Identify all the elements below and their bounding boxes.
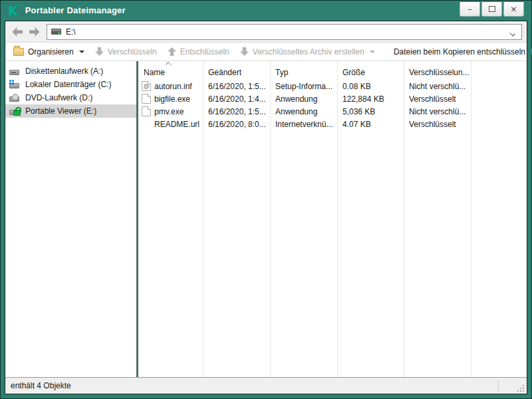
locked-drive-icon <box>9 106 21 116</box>
file-icon <box>142 106 151 116</box>
arrow-left-icon <box>11 27 24 37</box>
column-separator[interactable] <box>203 61 203 377</box>
statusbar-separator <box>498 380 499 391</box>
organize-label: Organisieren <box>28 47 74 57</box>
table-row[interactable]: ⚙ autorun.inf 6/16/2020, 1:5... Setup-In… <box>138 80 527 92</box>
window-controls: – × <box>460 2 524 17</box>
encrypt-label: Verschlüsseln <box>108 47 157 57</box>
arrow-down-icon <box>240 47 249 57</box>
maximize-icon <box>489 6 495 12</box>
file-size: 4.07 KB <box>337 120 404 129</box>
column-separator[interactable] <box>337 61 338 377</box>
chevron-down-icon <box>370 51 375 53</box>
app-window: K Portabler Dateimanager – × E:\ <box>1 1 531 398</box>
column-header-modified[interactable]: Geändert <box>203 63 270 77</box>
floppy-drive-icon <box>9 66 21 76</box>
file-modified: 6/16/2020, 8:0... <box>203 120 270 129</box>
organize-button[interactable]: Organisieren <box>13 47 84 57</box>
file-encryption: Verschlüsselt <box>404 120 471 129</box>
file-name: bigfile.exe <box>154 94 190 104</box>
file-icon <box>142 94 151 104</box>
window-title: Portabler Dateimanager <box>25 5 126 15</box>
local-disk-icon <box>9 80 21 89</box>
file-size: 122,884 KB <box>337 94 404 104</box>
sidebar-item-floppy-a[interactable]: Diskettenlaufwerk (A:) <box>5 65 136 78</box>
sidebar-item-portable-viewer-e[interactable]: Portable Viewer (E:) <box>5 104 136 118</box>
no-icon <box>142 119 151 129</box>
encrypt-button[interactable]: Verschlüsseln <box>95 47 157 57</box>
sidebar-item-label: Diskettenlaufwerk (A:) <box>25 66 103 76</box>
resize-grip[interactable] <box>517 384 524 392</box>
forward-button[interactable] <box>26 27 43 37</box>
status-text: enthält 4 Objekte <box>11 381 71 390</box>
column-separator[interactable] <box>270 61 271 377</box>
sidebar-item-label: Lokaler Datenträger (C:) <box>25 80 111 89</box>
column-header-encryption[interactable]: Verschlüsselun... <box>404 63 471 77</box>
title-bar: K Portabler Dateimanager – × <box>1 1 531 20</box>
file-rows: ⚙ autorun.inf 6/16/2020, 1:5... Setup-In… <box>138 80 527 130</box>
kaspersky-logo-icon: K <box>8 5 18 16</box>
folder-icon <box>13 48 24 56</box>
decrypt-on-copy-label: Dateien beim Kopieren entschlüsseln <box>394 47 525 57</box>
sidebar-item-dvd-d[interactable]: DVD-Laufwerk (D:) <box>5 91 136 104</box>
sidebar-item-label: DVD-Laufwerk (D:) <box>25 93 92 102</box>
address-bar[interactable]: E:\ <box>47 24 522 40</box>
list-header: Name Geändert Typ Größe Verschlüsselun..… <box>138 61 527 78</box>
drive-sidebar: Diskettenlaufwerk (A:) Lokaler Datenträg… <box>5 61 136 377</box>
file-encryption: Nicht verschlü... <box>404 82 471 91</box>
sidebar-item-label: Portable Viewer (E:) <box>25 106 96 116</box>
file-size: 5,036 KB <box>337 107 404 116</box>
create-encrypted-archive-button[interactable]: Verschlüsseltes Archiv erstellen <box>240 47 375 57</box>
arrow-down-icon <box>95 47 104 57</box>
file-name: pmv.exe <box>154 107 184 116</box>
close-button[interactable]: × <box>503 2 524 17</box>
status-bar: enthält 4 Objekte <box>5 377 527 394</box>
maximize-button[interactable] <box>481 2 502 17</box>
main-area: Diskettenlaufwerk (A:) Lokaler Datenträg… <box>5 61 527 377</box>
file-name: README.url <box>154 120 200 129</box>
file-modified: 6/16/2020, 1:5... <box>203 82 270 91</box>
file-encryption: Verschlüsselt <box>404 94 471 104</box>
column-header-size[interactable]: Größe <box>337 63 404 77</box>
column-separator[interactable] <box>404 61 404 377</box>
file-type: Setup-Informa... <box>270 82 337 91</box>
toolbar: Organisieren Verschlüsseln Entschlüsseln… <box>5 43 527 61</box>
column-separator[interactable] <box>471 61 471 377</box>
file-type: Anwendung <box>270 107 337 116</box>
sort-ascending-icon <box>166 62 172 66</box>
chevron-down-icon <box>79 51 84 53</box>
create-encrypted-archive-label: Verschlüsseltes Archiv erstellen <box>253 47 364 57</box>
sidebar-item-local-disk-c[interactable]: Lokaler Datenträger (C:) <box>5 78 136 91</box>
arrow-right-icon <box>28 27 41 37</box>
chevron-down-icon[interactable] <box>509 30 515 36</box>
address-text: E:\ <box>66 27 76 37</box>
decrypt-button[interactable]: Entschlüsseln <box>168 47 229 57</box>
decrypt-label: Entschlüsseln <box>180 47 229 57</box>
column-header-type[interactable]: Typ <box>270 63 337 77</box>
file-type: Anwendung <box>270 94 337 104</box>
file-list-pane: Name Geändert Typ Größe Verschlüsselun..… <box>138 61 527 377</box>
dvd-drive-icon <box>9 93 21 102</box>
file-encryption: Nicht verschlü... <box>404 107 471 116</box>
file-modified: 6/16/2020, 1:5... <box>203 107 270 116</box>
back-button[interactable] <box>9 27 26 37</box>
file-type: Internetverknü... <box>270 120 337 129</box>
minimize-button[interactable]: – <box>460 2 480 17</box>
table-row[interactable]: bigfile.exe 6/16/2020, 1:4... Anwendung … <box>138 92 527 105</box>
file-size: 0.08 KB <box>337 82 404 91</box>
drive-icon <box>51 29 61 35</box>
table-row[interactable]: pmv.exe 6/16/2020, 1:5... Anwendung 5,03… <box>138 105 527 118</box>
lock-icon <box>13 110 21 116</box>
file-modified: 6/16/2020, 1:4... <box>203 94 270 104</box>
file-name: autorun.inf <box>154 82 192 91</box>
table-row[interactable]: README.url 6/16/2020, 8:0... Internetver… <box>138 118 527 130</box>
window-content: E:\ Organisieren Verschlüsseln Entschlüs… <box>5 21 527 394</box>
setup-file-icon: ⚙ <box>142 81 151 91</box>
navigation-bar: E:\ <box>5 21 527 43</box>
arrow-up-icon <box>168 47 176 57</box>
